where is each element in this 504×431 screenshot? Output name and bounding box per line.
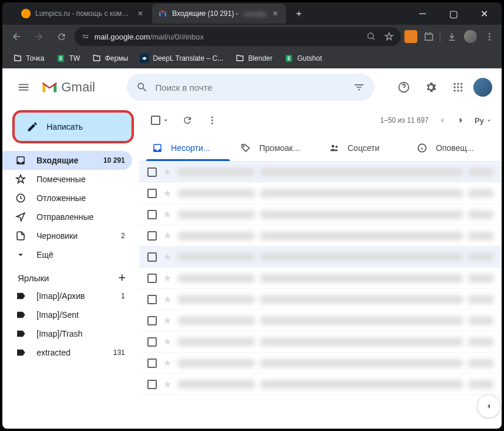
- label-item[interactable]: [Imap]/Trash: [2, 324, 132, 343]
- refresh-button[interactable]: [178, 111, 197, 130]
- bookmark-item[interactable]: DeepL Translate – C...: [135, 51, 228, 65]
- reload-button[interactable]: [52, 27, 71, 46]
- nav-clock[interactable]: Отложенные: [2, 189, 132, 208]
- side-panel-toggle[interactable]: [477, 394, 500, 418]
- mail-row[interactable]: [139, 204, 502, 225]
- label-item[interactable]: [Imap]/Архив1: [2, 287, 132, 305]
- mail-row[interactable]: [139, 374, 502, 395]
- account-avatar[interactable]: [473, 78, 492, 97]
- input-tools-button[interactable]: Рy: [475, 116, 492, 125]
- extension-icon[interactable]: [404, 30, 417, 43]
- category-tab[interactable]: Несорти...: [144, 134, 232, 161]
- star-icon[interactable]: [163, 358, 172, 368]
- row-checkbox[interactable]: [147, 274, 157, 283]
- forward-button[interactable]: [29, 27, 48, 46]
- bookmark-item[interactable]: TW: [51, 51, 85, 65]
- browser-tab[interactable]: Lumpics.ru - помощь с компью ✕: [15, 4, 151, 24]
- row-checkbox[interactable]: [147, 337, 157, 347]
- select-all-checkbox[interactable]: [149, 113, 172, 127]
- star-icon[interactable]: [163, 231, 172, 241]
- compose-button[interactable]: Написать: [13, 111, 133, 143]
- title-bar: Lumpics.ru - помощь с компью ✕ Входящие …: [2, 2, 502, 25]
- nav-inbox[interactable]: Входящие10 291: [2, 151, 132, 170]
- settings-gear-icon[interactable]: [419, 75, 443, 99]
- maximize-button[interactable]: ▢: [440, 5, 466, 22]
- help-icon[interactable]: [392, 75, 416, 99]
- star-icon[interactable]: [163, 167, 172, 177]
- star-icon[interactable]: [163, 274, 172, 283]
- svg-point-23: [243, 146, 244, 147]
- category-tab[interactable]: Соцсети: [321, 134, 409, 161]
- search-options-icon[interactable]: [353, 81, 365, 93]
- close-icon[interactable]: ✕: [271, 9, 280, 18]
- search-box[interactable]: [127, 74, 374, 101]
- mail-row[interactable]: [139, 246, 502, 268]
- category-tab[interactable]: Оповещ...: [409, 134, 497, 161]
- extensions-button[interactable]: [421, 29, 436, 44]
- mail-row[interactable]: [139, 310, 502, 331]
- downloads-icon[interactable]: [444, 29, 459, 44]
- kebab-menu-icon[interactable]: [482, 29, 497, 44]
- label-item[interactable]: extracted131: [2, 343, 132, 362]
- add-label-icon[interactable]: [117, 272, 127, 283]
- compose-label: Написать: [47, 122, 83, 131]
- star-icon[interactable]: [163, 189, 172, 198]
- bookmark-star-icon[interactable]: [384, 32, 394, 41]
- url-box[interactable]: mail.google.com/mail/u/0/#inbox: [74, 27, 401, 46]
- svg-point-0: [83, 35, 84, 36]
- hamburger-menu-icon[interactable]: [12, 75, 35, 99]
- close-button[interactable]: ✕: [471, 5, 497, 22]
- browser-tab-active[interactable]: Входящие (10 291) - user@g ✕: [152, 4, 286, 24]
- new-tab-button[interactable]: ＋: [291, 5, 307, 22]
- star-icon[interactable]: [163, 316, 172, 325]
- row-checkbox[interactable]: [147, 380, 157, 389]
- nav-star[interactable]: Помеченные: [2, 170, 132, 189]
- mail-row[interactable]: [139, 225, 502, 246]
- back-button[interactable]: [7, 27, 26, 46]
- bookmark-item[interactable]: Gutshot: [279, 51, 327, 65]
- svg-point-17: [457, 90, 459, 91]
- row-checkbox[interactable]: [147, 358, 157, 368]
- row-checkbox[interactable]: [147, 295, 157, 304]
- row-checkbox[interactable]: [147, 189, 157, 198]
- mail-row[interactable]: [139, 183, 502, 204]
- star-icon[interactable]: [163, 380, 172, 389]
- nav-send[interactable]: Отправленные: [2, 208, 132, 226]
- bookmark-item[interactable]: Blender: [230, 51, 277, 65]
- svg-point-13: [454, 86, 456, 88]
- apps-grid-icon[interactable]: [446, 75, 470, 99]
- mail-row[interactable]: [139, 331, 502, 353]
- nav-draft[interactable]: Черновики2: [2, 226, 132, 245]
- minimize-button[interactable]: ─: [410, 5, 436, 22]
- row-checkbox[interactable]: [147, 252, 157, 262]
- mail-row[interactable]: [139, 289, 502, 310]
- search-input[interactable]: [155, 83, 346, 93]
- more-actions-button[interactable]: [203, 111, 222, 130]
- next-page-icon[interactable]: [456, 115, 466, 126]
- row-checkbox[interactable]: [147, 210, 157, 219]
- star-icon[interactable]: [163, 337, 172, 347]
- star-icon[interactable]: [163, 252, 172, 262]
- star-icon[interactable]: [163, 295, 172, 304]
- bookmark-item[interactable]: Фермы: [87, 51, 133, 65]
- row-checkbox[interactable]: [147, 316, 157, 325]
- mail-row[interactable]: [139, 162, 502, 183]
- nav-more[interactable]: Ещё: [2, 245, 132, 264]
- row-checkbox[interactable]: [147, 231, 157, 241]
- prev-page-icon[interactable]: [437, 115, 447, 126]
- profile-avatar[interactable]: [463, 29, 478, 44]
- close-icon[interactable]: ✕: [136, 9, 145, 18]
- star-icon[interactable]: [163, 210, 172, 219]
- bookmark-item[interactable]: Точка: [8, 51, 49, 65]
- gmail-icon: [158, 9, 167, 18]
- row-checkbox[interactable]: [147, 167, 157, 177]
- category-tab[interactable]: Промоак...: [232, 134, 321, 161]
- mail-main: 1–50 из 11 697 Рy Несорти...Промоак...Со…: [139, 106, 502, 429]
- mail-row[interactable]: [139, 353, 502, 374]
- zoom-icon[interactable]: [367, 32, 376, 41]
- gmail-logo[interactable]: Gmail: [41, 80, 95, 95]
- label-item[interactable]: [Imap]/Sent: [2, 305, 132, 324]
- svg-point-16: [454, 90, 456, 91]
- tab-title: Входящие (10 291) -: [172, 9, 238, 18]
- mail-row[interactable]: [139, 268, 502, 289]
